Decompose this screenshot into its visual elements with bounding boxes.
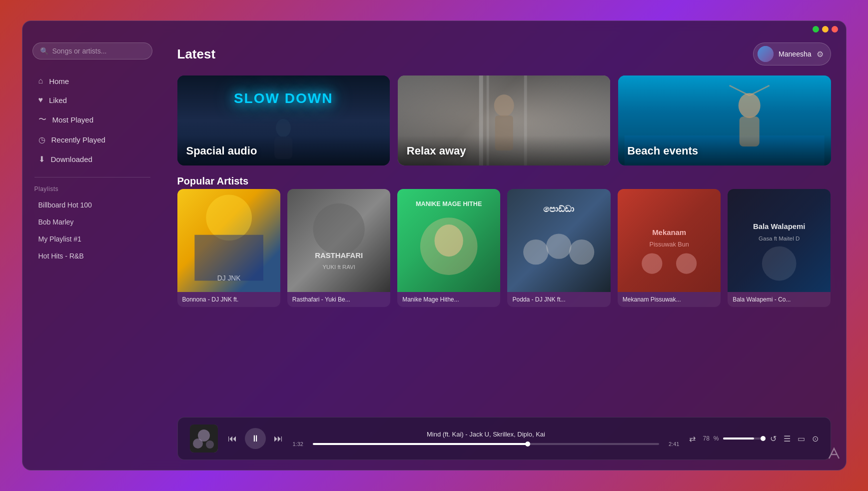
volume-track[interactable] (723, 438, 763, 440)
song-title: Mind (ft. Kai) - Jack U, Skrillex, Diplo… (293, 430, 680, 438)
playlist-item-bob-marley[interactable]: Bob Marley (26, 214, 158, 230)
thumb-art-bonnona: DJ JNK (177, 189, 280, 292)
heart-icon: ♥ (38, 96, 43, 104)
avatar (758, 46, 774, 62)
artist-card-podda[interactable]: පොඩ්ඩා Podda - DJ JNK ft... (507, 189, 610, 307)
featured-label-beach: Beach events (627, 144, 698, 158)
artist-card-bala[interactable]: Bala Walapemi Gasa ft Maitel D Bala Wala… (728, 189, 831, 307)
next-button[interactable]: ⏭ (274, 434, 283, 443)
settings-icon[interactable]: ⚙ (817, 50, 824, 59)
svg-point-2 (494, 94, 514, 116)
featured-card-relax[interactable]: Relax away (398, 76, 610, 166)
artist-card-manike[interactable]: MANIKE MAGE HITHE Manike Mage Hithe... (397, 189, 500, 307)
username: Maneesha (779, 50, 811, 58)
user-profile[interactable]: Maneesha ⚙ (753, 42, 831, 66)
svg-point-28 (676, 253, 697, 274)
neon-text: SLOW DOWN (234, 90, 333, 106)
featured-cards: SLOW DOWN Spacial audio (177, 76, 831, 166)
player-controls: ⏮ ⏸ ⏭ (228, 428, 283, 449)
svg-point-31 (762, 246, 797, 281)
artist-name-podda: Podda - DJ JNK ft... (507, 292, 610, 307)
artist-name-rasthafari: Rasthafari - Yuki Be... (287, 292, 390, 307)
artist-card-bonnona[interactable]: DJ JNK Bonnona - DJ JNK ft. (177, 189, 280, 307)
prev-button[interactable]: ⏮ (228, 434, 237, 443)
app-body: 🔍 ⌂ Home ♥ Liked 〜 Most Played ◷ Recentl… (22, 32, 846, 470)
artist-card-mekanam[interactable]: Mekanam Pissuwak Bun Mekanam Pissuwak... (618, 189, 721, 307)
clock-icon: ◷ (38, 135, 45, 144)
window-control-green[interactable] (813, 26, 819, 32)
artist-name-bonnona: Bonnona - DJ JNK ft. (177, 292, 280, 307)
thumb-art-rasthafari: RASTHAFARI YUKI ft RAVI (287, 189, 390, 292)
volume-percent: 78 (703, 435, 709, 442)
queue-button[interactable]: ☰ (784, 434, 791, 444)
shuffle-button[interactable]: ⇄ (689, 434, 696, 444)
svg-text:YUKI ft RAVI: YUKI ft RAVI (322, 264, 355, 270)
window-control-yellow[interactable] (822, 26, 829, 32)
main-content: Latest Maneesha ⚙ SLOW DOWN (162, 32, 846, 470)
volume-fill (723, 438, 754, 440)
popular-artists-section: Popular Artists DJ JNK Bonnona - DJ (177, 176, 831, 307)
svg-point-35 (206, 440, 214, 448)
artist-thumb-rasthafari: RASTHAFARI YUKI ft RAVI (287, 189, 390, 292)
current-time: 1:32 (293, 441, 308, 447)
artist-name-manike: Manike Mage Hithe... (397, 292, 500, 307)
volume-row: 78 % (703, 435, 763, 442)
thumb-art-manike: MANIKE MAGE HITHE (397, 189, 500, 292)
window-controls (813, 26, 838, 32)
thumb-art-bala: Bala Walapemi Gasa ft Maitel D (728, 189, 831, 292)
artist-thumb-mekanam: Mekanam Pissuwak Bun (618, 189, 721, 292)
featured-card-beach[interactable]: Beach events (618, 76, 831, 166)
svg-text:DJ JNK: DJ JNK (217, 274, 240, 282)
sidebar-item-home[interactable]: ⌂ Home (26, 72, 158, 90)
artist-thumb-manike: MANIKE MAGE HITHE (397, 189, 500, 292)
progress-dot (525, 442, 530, 446)
svg-line-11 (750, 86, 770, 96)
home-icon: ⌂ (38, 76, 43, 86)
svg-text:Mekanam: Mekanam (652, 228, 686, 236)
thumb-art-podda: පොඩ්ඩා (507, 189, 610, 292)
svg-point-12 (206, 194, 252, 240)
page-title: Latest (177, 46, 216, 62)
search-input[interactable] (52, 47, 145, 55)
artist-name-bala: Bala Walapemi - Co... (728, 292, 831, 307)
header-row: Latest Maneesha ⚙ (177, 42, 831, 66)
airplay-button[interactable]: ⊙ (812, 434, 819, 444)
sidebar-item-most-played[interactable]: 〜 Most Played (26, 110, 158, 130)
playlist-item-billboard[interactable]: Billboard Hot 100 (26, 196, 158, 214)
svg-text:පොඩ්ඩා: පොඩ්ඩා (544, 204, 575, 214)
svg-text:Bala Walapemi: Bala Walapemi (753, 222, 806, 230)
svg-text:Gasa ft Maitel D: Gasa ft Maitel D (759, 236, 800, 242)
artist-thumb-podda: පොඩ්ඩා (507, 189, 610, 292)
play-pause-button[interactable]: ⏸ (245, 428, 266, 449)
playlist-item-hot-hits[interactable]: Hot Hits - R&B (26, 248, 158, 264)
svg-point-27 (642, 253, 662, 274)
progress-fill (313, 443, 528, 445)
window-control-red[interactable] (832, 26, 838, 32)
search-box[interactable]: 🔍 (32, 42, 152, 60)
featured-card-spacial[interactable]: SLOW DOWN Spacial audio (177, 76, 390, 166)
logo-icon (825, 444, 843, 462)
progress-track[interactable] (313, 443, 660, 445)
sidebar-item-downloaded[interactable]: ⬇ Downloaded (26, 150, 158, 169)
app-logo (825, 444, 843, 466)
player-extras: ⇄ 78 % ↺ ☰ ▭ ⊙ (689, 434, 818, 444)
avatar-image (758, 46, 774, 62)
chart-icon: 〜 (38, 114, 46, 125)
artist-thumb-bonnona: DJ JNK (177, 189, 280, 292)
artist-card-rasthafari[interactable]: RASTHAFARI YUKI ft RAVI Rasthafari - Yuk… (287, 189, 390, 307)
svg-point-22 (524, 240, 549, 264)
artist-thumb-bala: Bala Walapemi Gasa ft Maitel D (728, 189, 831, 292)
sidebar: 🔍 ⌂ Home ♥ Liked 〜 Most Played ◷ Recentl… (22, 32, 162, 470)
player-art-svg (190, 424, 218, 452)
sidebar-item-liked[interactable]: ♥ Liked (26, 90, 158, 110)
artist-name-mekanam: Mekanam Pissuwak... (618, 292, 721, 307)
playlist-item-my-playlist[interactable]: My Playlist #1 (26, 230, 158, 248)
cast-button[interactable]: ▭ (798, 434, 805, 444)
download-icon: ⬇ (38, 154, 45, 164)
search-icon: 🔍 (40, 47, 48, 55)
sidebar-divider (34, 177, 150, 178)
replay-button[interactable]: ↺ (770, 434, 777, 444)
sidebar-item-recently-played[interactable]: ◷ Recently Played (26, 130, 158, 150)
svg-point-24 (569, 240, 594, 264)
svg-point-0 (276, 119, 291, 137)
